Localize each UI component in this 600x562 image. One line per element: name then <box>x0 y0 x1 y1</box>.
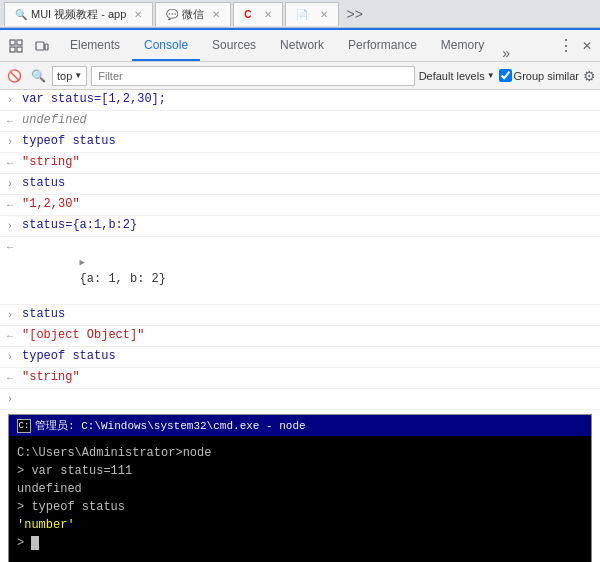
console-line-1[interactable]: › var status=[1,2,30]; <box>0 90 600 111</box>
cmd-titlebar-text: 管理员: C:\Windows\system32\cmd.exe - node <box>35 418 306 433</box>
console-filter-button[interactable]: 🔍 <box>28 66 48 86</box>
tab-icon-1: 🔍 <box>15 9 27 20</box>
default-levels-arrow: ▼ <box>487 71 495 80</box>
cmd-line-4: > typeof status <box>17 498 583 516</box>
expand-arrow-obj[interactable]: ▶ <box>80 255 92 271</box>
console-prompt-line[interactable]: › <box>0 389 600 410</box>
console-line-8[interactable]: ← ▶ {a: 1, b: 2} <box>0 237 600 305</box>
tab-close-3[interactable]: ✕ <box>264 9 272 20</box>
tab-icon-2: 💬 <box>166 9 178 20</box>
cmd-titlebar: C: 管理员: C:\Windows\system32\cmd.exe - no… <box>9 415 591 436</box>
context-value: top <box>57 70 72 82</box>
console-toolbar: 🚫 🔍 top ▼ Default levels ▼ Group similar… <box>0 62 600 90</box>
tab-performance[interactable]: Performance <box>336 30 429 61</box>
devtools-toolbar: Elements Console Sources Network Perform… <box>0 30 600 62</box>
tab-close-1[interactable]: ✕ <box>134 9 142 20</box>
line-content-11: typeof status <box>20 348 596 364</box>
devtools-close-icon[interactable]: ✕ <box>578 39 596 53</box>
tab-close-2[interactable]: ✕ <box>212 9 220 20</box>
svg-rect-1 <box>17 40 22 45</box>
svg-rect-2 <box>10 47 15 52</box>
console-line-3[interactable]: › typeof status <box>0 132 600 153</box>
clear-console-button[interactable]: 🚫 <box>4 66 24 86</box>
line-content-12: "string" <box>20 369 596 385</box>
line-arrow-8: ← <box>0 238 20 256</box>
browser-tab-4[interactable]: 📄 ✕ <box>285 2 339 26</box>
group-similar-label: Group similar <box>514 70 579 82</box>
line-content-5: status <box>20 175 596 191</box>
tab-elements[interactable]: Elements <box>58 30 132 61</box>
devtools-tab-more[interactable]: » <box>496 45 516 61</box>
devtools-tabs: Elements Console Sources Network Perform… <box>58 30 554 61</box>
browser-tab-1[interactable]: 🔍 MUI 视频教程 - app ✕ <box>4 2 153 26</box>
devtools-panel: Elements Console Sources Network Perform… <box>0 28 600 562</box>
line-arrow-11: › <box>0 348 20 366</box>
cmd-line-6: > <box>17 534 583 552</box>
console-settings-icon[interactable]: ⚙ <box>583 68 596 84</box>
filter-input[interactable] <box>91 66 414 86</box>
devtools-icon-group <box>4 34 54 58</box>
tab-close-4[interactable]: ✕ <box>320 9 328 20</box>
tab-more-button[interactable]: >> <box>341 6 369 22</box>
svg-rect-4 <box>36 42 44 50</box>
browser-tab-bar: 🔍 MUI 视频教程 - app ✕ 💬 微信 ✕ C ✕ 📄 ✕ >> <box>0 0 600 28</box>
tab-sources[interactable]: Sources <box>200 30 268 61</box>
cmd-cursor <box>31 536 39 550</box>
tab-icon-3: C <box>244 9 251 20</box>
console-line-7[interactable]: › status={a:1,b:2} <box>0 216 600 237</box>
tab-title-1: MUI 视频教程 - app <box>31 7 126 22</box>
line-content-8: ▶ {a: 1, b: 2} <box>20 238 596 303</box>
console-line-12[interactable]: ← "string" <box>0 368 600 389</box>
line-content-2: undefined <box>20 112 596 128</box>
cmd-window: C: 管理员: C:\Windows\system32\cmd.exe - no… <box>8 414 592 562</box>
line-content-6: "1,2,30" <box>20 196 596 212</box>
tab-network[interactable]: Network <box>268 30 336 61</box>
console-line-10[interactable]: ← "[object Object]" <box>0 326 600 347</box>
line-arrow-12: ← <box>0 369 20 387</box>
browser-tab-3[interactable]: C ✕ <box>233 2 282 26</box>
line-arrow-10: ← <box>0 327 20 345</box>
svg-rect-3 <box>17 47 22 52</box>
console-line-2[interactable]: ← undefined <box>0 111 600 132</box>
line-content-7: status={a:1,b:2} <box>20 217 596 233</box>
tab-title-2: 微信 <box>182 7 204 22</box>
console-line-5[interactable]: › status <box>0 174 600 195</box>
devtools-menu-dots[interactable]: ⋮ <box>554 36 578 55</box>
context-selector[interactable]: top ▼ <box>52 66 87 86</box>
cmd-body: C:\Users\Administrator>node > var status… <box>9 436 591 562</box>
group-similar-input[interactable] <box>499 69 512 82</box>
line-content-4: "string" <box>20 154 596 170</box>
svg-rect-5 <box>45 44 48 50</box>
default-levels-label: Default levels <box>419 70 485 82</box>
line-arrow-3: › <box>0 133 20 151</box>
context-dropdown-icon: ▼ <box>74 71 82 80</box>
group-similar-checkbox[interactable]: Group similar <box>499 69 579 82</box>
line-content-10: "[object Object]" <box>20 327 596 343</box>
default-levels-dropdown[interactable]: Default levels ▼ <box>419 70 495 82</box>
line-arrow-5: › <box>0 175 20 193</box>
inspect-icon[interactable] <box>4 34 28 58</box>
svg-rect-0 <box>10 40 15 45</box>
line-arrow-2: ← <box>0 112 20 130</box>
console-output: › var status=[1,2,30]; ← undefined › typ… <box>0 90 600 562</box>
cmd-line-5: 'number' <box>17 516 583 534</box>
line-content-9: status <box>20 306 596 322</box>
line-arrow-1: › <box>0 91 20 109</box>
object-value: {a: 1, b: 2} <box>80 272 166 286</box>
console-line-9[interactable]: › status <box>0 305 600 326</box>
line-arrow-6: ← <box>0 196 20 214</box>
tab-console[interactable]: Console <box>132 30 200 61</box>
line-arrow-4: ← <box>0 154 20 172</box>
browser-tab-2[interactable]: 💬 微信 ✕ <box>155 2 231 26</box>
tab-memory[interactable]: Memory <box>429 30 496 61</box>
cmd-line-1: C:\Users\Administrator>node <box>17 444 583 462</box>
console-line-6[interactable]: ← "1,2,30" <box>0 195 600 216</box>
device-icon[interactable] <box>30 34 54 58</box>
line-arrow-7: › <box>0 217 20 235</box>
cmd-line-2: > var status=111 <box>17 462 583 480</box>
cmd-titlebar-icon: C: <box>17 419 31 433</box>
cmd-line-3: undefined <box>17 480 583 498</box>
prompt-arrow: › <box>0 390 20 408</box>
console-line-4[interactable]: ← "string" <box>0 153 600 174</box>
console-line-11[interactable]: › typeof status <box>0 347 600 368</box>
